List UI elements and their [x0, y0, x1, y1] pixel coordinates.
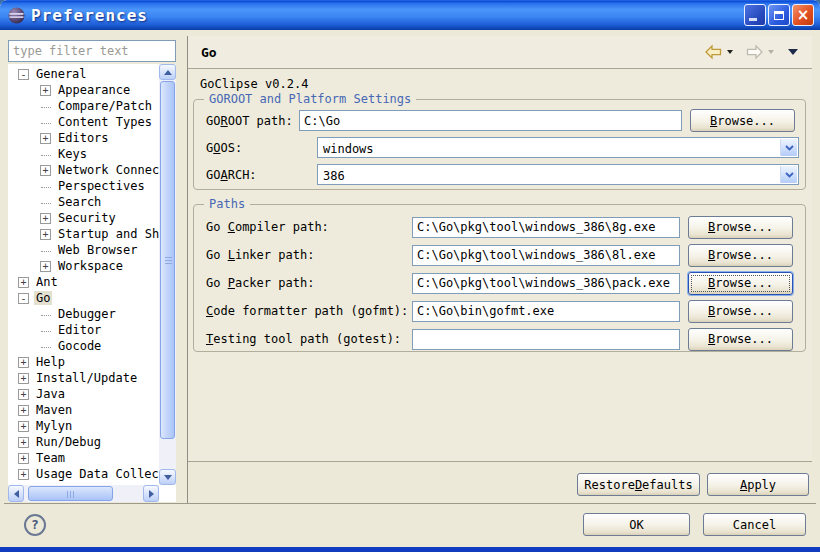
- path-input[interactable]: [412, 329, 680, 350]
- tree-vertical-scrollbar[interactable]: [159, 64, 176, 485]
- tree-toggle-icon[interactable]: [40, 341, 51, 352]
- tree-item[interactable]: Web Browser: [8, 242, 159, 258]
- tree-toggle-icon[interactable]: [40, 133, 51, 144]
- tree-toggle-icon[interactable]: [18, 421, 29, 432]
- tree-item[interactable]: Editor: [8, 322, 159, 338]
- preferences-dialog: Preferences × General Appearance: [0, 0, 820, 552]
- tree-item[interactable]: Ant: [8, 274, 159, 290]
- tree-toggle-icon[interactable]: [18, 69, 29, 80]
- tree-item-label: Team: [34, 451, 67, 465]
- browse-button[interactable]: Browse...: [688, 328, 793, 351]
- vertical-scroll-thumb[interactable]: [160, 81, 175, 439]
- path-input[interactable]: [412, 217, 680, 238]
- tree-item[interactable]: Security: [8, 210, 159, 226]
- tree-item[interactable]: Content Types: [8, 114, 159, 130]
- tree-toggle-icon[interactable]: [18, 437, 29, 448]
- back-icon[interactable]: [704, 44, 723, 60]
- browse-button[interactable]: Browse...: [688, 216, 793, 239]
- path-input[interactable]: [412, 301, 680, 322]
- tree-toggle-icon[interactable]: [40, 165, 51, 176]
- path-input[interactable]: [412, 245, 680, 266]
- tree-toggle-icon[interactable]: [18, 277, 29, 288]
- tree-item[interactable]: Mylyn: [8, 418, 159, 434]
- browse-button[interactable]: Browse...: [688, 272, 793, 295]
- chevron-down-icon[interactable]: [780, 166, 797, 183]
- tree-item-label: General: [34, 67, 89, 81]
- apply-button[interactable]: Apply: [707, 473, 809, 496]
- tree-item[interactable]: Network Connect: [8, 162, 159, 178]
- scroll-left-button[interactable]: [8, 485, 24, 502]
- tree-item-label: Perspectives: [56, 179, 147, 193]
- tree-toggle-icon[interactable]: [40, 117, 51, 128]
- tree-toggle-icon[interactable]: [18, 453, 29, 464]
- scroll-right-button[interactable]: [143, 485, 159, 502]
- view-menu-icon[interactable]: [788, 49, 798, 55]
- maximize-button[interactable]: [768, 4, 790, 26]
- tree-item[interactable]: Startup and Shu: [8, 226, 159, 242]
- tree-toggle-icon[interactable]: [40, 261, 51, 272]
- goos-select[interactable]: windows: [317, 137, 799, 158]
- tree-toggle-icon[interactable]: [40, 245, 51, 256]
- scroll-down-button[interactable]: [159, 469, 176, 485]
- goos-selected-value: windows: [318, 140, 379, 158]
- tree-item[interactable]: Appearance: [8, 82, 159, 98]
- tree-item[interactable]: Maven: [8, 402, 159, 418]
- tree-item[interactable]: Run/Debug: [8, 434, 159, 450]
- tree-item-label: Gocode: [56, 339, 103, 353]
- scroll-up-button[interactable]: [159, 64, 176, 80]
- filter-input[interactable]: [8, 40, 176, 62]
- tree-item[interactable]: Gocode: [8, 338, 159, 354]
- tree-toggle-icon[interactable]: [40, 325, 51, 336]
- close-button[interactable]: ×: [792, 4, 814, 26]
- tree-toggle-icon[interactable]: [18, 293, 29, 304]
- tree-item[interactable]: Editors: [8, 130, 159, 146]
- goroot-path-input[interactable]: [299, 110, 682, 131]
- tree-item[interactable]: Go: [8, 290, 159, 306]
- tree-toggle-icon[interactable]: [40, 101, 51, 112]
- title-bar[interactable]: Preferences ×: [0, 0, 820, 30]
- tree-toggle-icon[interactable]: [18, 357, 29, 368]
- tree-item[interactable]: Compare/Patch: [8, 98, 159, 114]
- restore-defaults-button[interactable]: Restore Defaults: [577, 473, 700, 496]
- tree-item[interactable]: Debugger: [8, 306, 159, 322]
- tree-item[interactable]: Help: [8, 354, 159, 370]
- horizontal-scroll-thumb[interactable]: [28, 486, 113, 501]
- browse-button[interactable]: Browse...: [688, 300, 793, 323]
- tree-toggle-icon[interactable]: [40, 149, 51, 160]
- tree-toggle-icon[interactable]: [40, 181, 51, 192]
- back-history-dropdown-icon[interactable]: [727, 50, 733, 54]
- tree-item[interactable]: Install/Update: [8, 370, 159, 386]
- goarch-select[interactable]: 386: [317, 164, 799, 185]
- tree-item[interactable]: Usage Data Collect: [8, 466, 159, 482]
- tree-toggle-icon[interactable]: [40, 229, 51, 240]
- cancel-button[interactable]: Cancel: [703, 513, 806, 536]
- tree-item[interactable]: Keys: [8, 146, 159, 162]
- tree-toggle-icon[interactable]: [18, 469, 29, 480]
- page-title: Go: [201, 45, 217, 60]
- tree-toggle-icon[interactable]: [18, 373, 29, 384]
- tree-item[interactable]: General: [8, 66, 159, 82]
- tree-toggle-icon[interactable]: [40, 213, 51, 224]
- tree-item[interactable]: Workspace: [8, 258, 159, 274]
- goroot-browse-button[interactable]: Browse...: [690, 109, 795, 132]
- tree-item[interactable]: Java: [8, 386, 159, 402]
- ok-button[interactable]: OK: [583, 513, 690, 536]
- tree-item-label: Content Types: [56, 115, 154, 129]
- tree-item[interactable]: Team: [8, 450, 159, 466]
- tree-horizontal-scrollbar[interactable]: [8, 485, 159, 502]
- tree-toggle-icon[interactable]: [18, 405, 29, 416]
- help-button[interactable]: ?: [24, 514, 46, 536]
- tree-toggle-icon[interactable]: [18, 389, 29, 400]
- browse-button[interactable]: Browse...: [688, 244, 793, 267]
- path-row: Testing tool path (gotest): Browse...: [194, 325, 805, 353]
- tree-item[interactable]: Search: [8, 194, 159, 210]
- minimize-button[interactable]: [744, 4, 766, 26]
- forward-icon[interactable]: [745, 44, 764, 60]
- tree-toggle-icon[interactable]: [40, 85, 51, 96]
- chevron-down-icon[interactable]: [780, 139, 797, 156]
- tree-toggle-icon[interactable]: [40, 309, 51, 320]
- forward-history-dropdown-icon[interactable]: [768, 50, 774, 54]
- tree-item[interactable]: Perspectives: [8, 178, 159, 194]
- tree-toggle-icon[interactable]: [40, 197, 51, 208]
- path-input[interactable]: [412, 273, 680, 294]
